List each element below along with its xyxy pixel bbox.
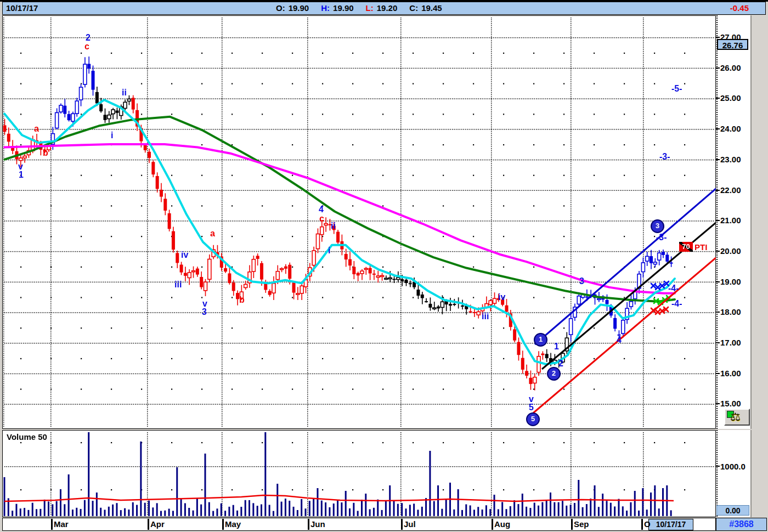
low-value: 19.20 bbox=[377, 2, 398, 14]
open-label: O: bbox=[276, 2, 285, 14]
month-label-sep: Sep bbox=[574, 519, 589, 529]
low-label: L: bbox=[366, 2, 374, 14]
month-tick bbox=[51, 519, 53, 530]
month-tick bbox=[222, 519, 224, 530]
y-axis-tick bbox=[716, 312, 720, 313]
y-axis-tick bbox=[716, 251, 720, 252]
y-axis-tick bbox=[716, 281, 720, 282]
y-axis-label: 18.00 bbox=[720, 307, 741, 316]
y-axis-label: 15.00 bbox=[720, 399, 741, 408]
expert-scales-button[interactable]: ⚖ bbox=[724, 409, 750, 426]
time-axis-bar: 10/17/17 MarAprMayJunJulAugSepO bbox=[2, 518, 716, 531]
current-date-box[interactable]: 10/17/17 bbox=[648, 519, 693, 530]
close-value: 19.45 bbox=[421, 2, 442, 14]
quote-date: 10/17/17 bbox=[6, 2, 38, 14]
y-axis-label: 19.00 bbox=[720, 277, 741, 286]
month-label-aug: Aug bbox=[494, 519, 510, 529]
open-value: 19.90 bbox=[289, 2, 309, 14]
volume-axis-ticks bbox=[716, 430, 718, 517]
month-tick bbox=[641, 519, 643, 530]
y-axis-tick bbox=[716, 220, 720, 221]
y-axis-label: 16.00 bbox=[720, 369, 741, 378]
y-axis-label: 20.00 bbox=[720, 246, 741, 256]
y-axis-tick bbox=[716, 342, 720, 343]
advanced-get-window: { "quote_bar": { "date": "10/17/17", "o_… bbox=[0, 0, 768, 532]
y-axis-tick bbox=[716, 190, 720, 191]
net-change-value: -0.45 bbox=[730, 2, 749, 14]
quote-bar: 10/17/17 O: 19.90 H: 19.90 L: 19.20 C: 1… bbox=[2, 2, 766, 15]
y-axis-tick bbox=[716, 37, 720, 38]
volume-canvas bbox=[2, 430, 716, 517]
volume-axis-label-1000: 1000.0 bbox=[720, 462, 746, 471]
volume-axis-zero-box: 0.00 bbox=[716, 505, 749, 516]
month-label-o: O bbox=[644, 519, 651, 529]
month-label-mar: Mar bbox=[54, 519, 69, 529]
month-label-apr: Apr bbox=[150, 519, 165, 529]
price-axis-ticks bbox=[716, 15, 718, 429]
y-axis-tick bbox=[716, 159, 720, 160]
y-axis-tick bbox=[716, 403, 720, 404]
month-tick bbox=[401, 519, 403, 530]
ticker-badge: #3868 bbox=[716, 518, 767, 531]
y-axis-label: 17.00 bbox=[720, 338, 741, 347]
high-value: 19.90 bbox=[333, 2, 354, 14]
month-label-jun: Jun bbox=[310, 519, 325, 529]
high-label: H: bbox=[321, 2, 330, 14]
month-tick bbox=[571, 519, 573, 530]
y-axis-tick bbox=[716, 128, 720, 129]
y-axis-label: 23.00 bbox=[720, 155, 741, 164]
ohlc-readout: O: 19.90 H: 19.90 L: 19.20 C: 19.45 bbox=[276, 2, 454, 14]
volume-indicator-label: Volume 50 bbox=[7, 432, 47, 442]
y-axis-tick bbox=[716, 98, 720, 99]
month-tick bbox=[308, 519, 309, 530]
y-axis-label: 24.00 bbox=[720, 124, 741, 133]
month-label-jul: Jul bbox=[404, 519, 416, 529]
month-label-may: May bbox=[225, 519, 241, 529]
volume-axis[interactable]: 1000.0 0.00 bbox=[716, 430, 752, 517]
volume-axis-tick-1000 bbox=[716, 466, 720, 467]
y-axis-label: 25.00 bbox=[720, 93, 741, 103]
price-axis[interactable]: 26.76 27.0026.0025.0024.0023.0022.0021.0… bbox=[716, 15, 752, 429]
month-tick bbox=[492, 519, 493, 530]
y-axis-label: 27.00 bbox=[720, 32, 741, 42]
y-axis-label: 22.00 bbox=[720, 185, 741, 195]
y-axis-tick bbox=[716, 373, 720, 374]
y-axis-label: 26.00 bbox=[720, 63, 741, 72]
price-chart-canvas bbox=[2, 15, 716, 429]
y-axis-label: 21.00 bbox=[720, 216, 741, 225]
scales-icon: ⚖ bbox=[730, 410, 741, 424]
close-label: C: bbox=[409, 2, 418, 14]
y-axis-tick bbox=[716, 67, 720, 69]
month-tick bbox=[148, 519, 149, 530]
